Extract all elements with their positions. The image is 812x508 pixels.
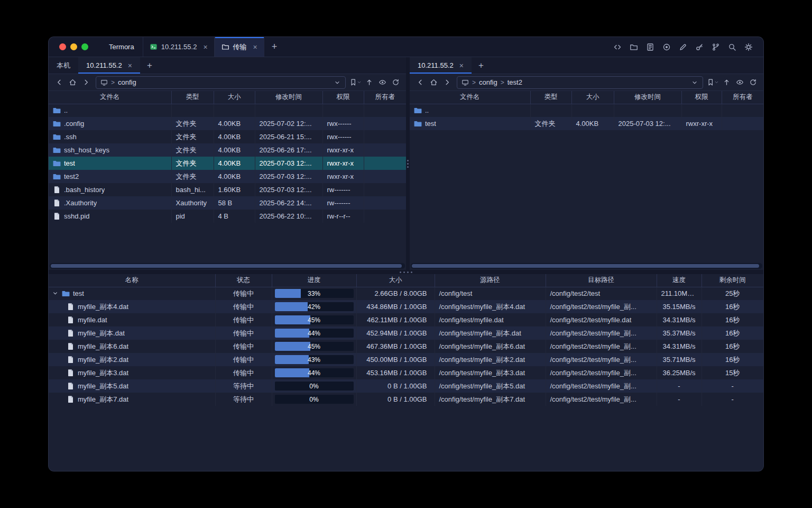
column-header-mtime[interactable]: 修改时间 xyxy=(255,91,322,104)
bookmark-button[interactable] xyxy=(349,76,362,89)
expand-chevron-icon[interactable] xyxy=(52,290,59,297)
forward-button[interactable] xyxy=(79,76,92,89)
branch-button[interactable] xyxy=(709,41,722,53)
home-button[interactable] xyxy=(66,76,79,89)
transfer-row[interactable]: myfile_副本.dat传输中44%452.94MB / 1.00GB/con… xyxy=(49,326,763,340)
column-header-speed[interactable]: 速度 xyxy=(657,274,702,287)
path-breadcrumb[interactable]: >config xyxy=(96,76,346,89)
back-button[interactable] xyxy=(53,76,66,89)
column-header-type[interactable]: 类型 xyxy=(171,91,214,104)
close-tab-icon[interactable]: × xyxy=(459,62,464,69)
chevron-down-icon[interactable] xyxy=(714,79,719,86)
breadcrumb-segment[interactable]: config xyxy=(479,78,497,86)
file-row[interactable]: ssh_host_keys文件夹4.00KB2025-06-26 17:...r… xyxy=(49,143,406,157)
file-perms: rw------- xyxy=(322,183,364,196)
bookmark-button[interactable] xyxy=(707,76,719,89)
tab-host-session[interactable]: 10.211.55.2 × xyxy=(143,37,215,57)
transfer-row[interactable]: myfile.dat传输中45%462.11MB / 1.00GB/config… xyxy=(49,313,763,326)
pane-new-tab-button[interactable]: + xyxy=(140,57,159,74)
column-header-eta[interactable]: 剩余时间 xyxy=(702,274,763,287)
pane-new-tab-button[interactable]: + xyxy=(472,57,491,74)
file-row[interactable]: .. xyxy=(410,104,763,117)
transfer-row[interactable]: myfile_副本5.dat等待中0%0 B / 1.00GB/config/t… xyxy=(49,379,763,393)
app-home-tab[interactable]: Termora xyxy=(97,37,143,57)
column-header-mtime[interactable]: 修改时间 xyxy=(614,91,681,104)
vertical-splitter[interactable] xyxy=(406,57,410,270)
column-header-type[interactable]: 类型 xyxy=(530,91,571,104)
path-breadcrumb[interactable]: >config>test2 xyxy=(457,76,703,89)
file-row[interactable]: .XauthorityXauthority58 B2025-06-22 14:.… xyxy=(49,196,406,210)
transfer-row[interactable]: myfile_副本7.dat等待中0%0 B / 1.00GB/config/t… xyxy=(49,393,763,406)
new-tab-button[interactable]: + xyxy=(264,37,285,57)
transfer-row[interactable]: myfile_副本3.dat传输中44%453.16MB / 1.00GB/co… xyxy=(49,366,763,379)
close-window-button[interactable] xyxy=(59,43,66,50)
file-perms: rwx------ xyxy=(322,130,364,143)
chevron-down-icon[interactable] xyxy=(357,79,362,86)
column-header-size[interactable]: 大小 xyxy=(356,274,435,287)
horizontal-scrollbar[interactable] xyxy=(411,263,762,269)
column-header-target[interactable]: 目标路径 xyxy=(546,274,657,287)
transfer-row[interactable]: myfile_副本6.dat传输中45%467.36MB / 1.00GB/co… xyxy=(49,340,763,353)
column-header-owner[interactable]: 所有者 xyxy=(364,91,406,104)
minimize-window-button[interactable] xyxy=(70,43,77,50)
close-tab-icon[interactable]: × xyxy=(253,43,257,51)
scrollbar-thumb[interactable] xyxy=(412,264,759,268)
folder-button[interactable] xyxy=(628,41,640,53)
transfer-row[interactable]: myfile_副本2.dat传输中43%450.00MB / 1.00GB/co… xyxy=(49,353,763,366)
file-row[interactable]: sshd.pidpid4 B2025-06-22 10:...rw-r--r-- xyxy=(49,210,406,223)
pane-tab-remote[interactable]: 10.211.55.2 × xyxy=(78,57,140,74)
column-header-progress[interactable]: 进度 xyxy=(272,274,356,287)
settings-button[interactable] xyxy=(742,41,755,53)
file-row[interactable]: .bash_historybash_hi...1.60KB2025-07-03 … xyxy=(49,183,406,196)
scrollbar-thumb[interactable] xyxy=(51,264,402,268)
file-row[interactable]: .. xyxy=(49,104,406,117)
file-panes: 本机 10.211.55.2 × + >config xyxy=(49,57,763,270)
close-tab-icon[interactable]: × xyxy=(203,43,207,51)
pane-tab-remote[interactable]: 10.211.55.2 × xyxy=(410,57,472,74)
tab-transfer[interactable]: 传输 × xyxy=(215,37,264,57)
transfer-row[interactable]: myfile_副本4.dat传输中42%434.86MB / 1.00GB/co… xyxy=(49,300,763,313)
file-row[interactable]: test文件夹4.00KB2025-07-03 12:...rwxr-xr-x xyxy=(49,157,406,170)
toggle-hidden-button[interactable] xyxy=(376,76,389,89)
code-button[interactable] xyxy=(611,41,624,53)
column-header-filename[interactable]: 文件名 xyxy=(410,91,530,104)
file-row[interactable]: test2文件夹4.00KB2025-07-03 12:...rwxr-xr-x xyxy=(49,170,406,183)
column-header-name[interactable]: 名称 xyxy=(49,274,215,287)
column-header-owner[interactable]: 所有者 xyxy=(722,91,763,104)
file-row[interactable]: test文件夹4.00KB2025-07-03 12:...rwxr-xr-x xyxy=(410,117,763,130)
column-header-filename[interactable]: 文件名 xyxy=(49,91,171,104)
pane-tab-local[interactable]: 本机 xyxy=(49,57,78,74)
forward-button[interactable] xyxy=(440,76,453,89)
chevron-down-icon[interactable] xyxy=(691,79,698,86)
upload-button[interactable] xyxy=(363,76,375,89)
refresh-button[interactable] xyxy=(389,76,402,89)
zoom-window-button[interactable] xyxy=(81,43,88,50)
chevron-down-icon[interactable] xyxy=(334,79,341,86)
refresh-button[interactable] xyxy=(746,76,759,89)
column-header-size[interactable]: 大小 xyxy=(571,91,614,104)
breadcrumb-segment[interactable]: test2 xyxy=(508,78,522,86)
log-button[interactable] xyxy=(644,41,657,53)
key-button[interactable] xyxy=(693,41,706,53)
column-header-perms[interactable]: 权限 xyxy=(322,91,364,104)
column-header-source[interactable]: 源路径 xyxy=(435,274,546,287)
upload-button[interactable] xyxy=(720,76,733,89)
file-row[interactable]: .ssh文件夹4.00KB2025-06-21 15:...rwx------ xyxy=(49,130,406,143)
horizontal-scrollbar[interactable] xyxy=(50,263,405,269)
transfer-item-name: test xyxy=(73,289,84,297)
file-row[interactable]: .config文件夹4.00KB2025-07-02 12:...rwx----… xyxy=(49,117,406,130)
back-button[interactable] xyxy=(414,76,427,89)
column-header-status[interactable]: 状态 xyxy=(215,274,272,287)
record-button[interactable] xyxy=(660,41,673,53)
edit-button[interactable] xyxy=(677,41,689,53)
horizontal-splitter[interactable] xyxy=(49,270,763,274)
toggle-hidden-button[interactable] xyxy=(733,76,746,89)
close-tab-icon[interactable]: × xyxy=(128,62,132,69)
breadcrumb-segment[interactable]: config xyxy=(118,78,136,86)
transfer-row[interactable]: test传输中33%2.66GB / 8.00GB/config/test/co… xyxy=(49,287,763,300)
search-button[interactable] xyxy=(726,41,739,53)
column-header-perms[interactable]: 权限 xyxy=(681,91,722,104)
file-mtime: 2025-07-03 12:... xyxy=(614,117,681,130)
home-button[interactable] xyxy=(427,76,440,89)
column-header-size[interactable]: 大小 xyxy=(214,91,255,104)
